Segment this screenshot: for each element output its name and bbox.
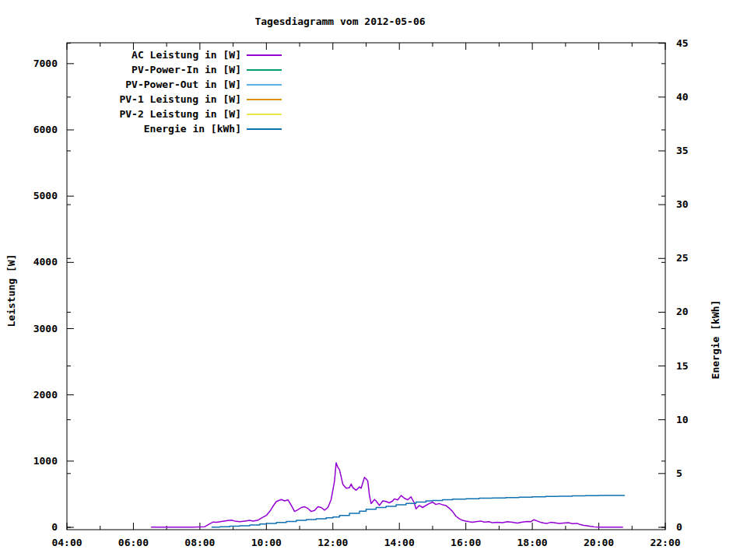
y-tick-label: 4000 xyxy=(33,256,58,268)
y-tick-label: 0 xyxy=(51,521,58,533)
y-tick-label: 5000 xyxy=(33,190,58,201)
legend-label: Energie in [kWh] xyxy=(144,123,241,135)
y-tick-label: 7000 xyxy=(33,58,58,69)
y2-tick-label: 10 xyxy=(676,414,689,425)
x-tick-label: 18:00 xyxy=(517,537,548,548)
x-tick-label: 14:00 xyxy=(384,537,415,548)
x-tick-label: 06:00 xyxy=(118,537,149,548)
y2-tick-label: 30 xyxy=(676,198,689,210)
y2-tick-label: 45 xyxy=(676,37,689,49)
x-tick-label: 04:00 xyxy=(51,537,82,548)
x-tick-label: 10:00 xyxy=(251,537,282,548)
series-energie-in-kwh xyxy=(212,495,625,527)
y2-tick-label: 40 xyxy=(676,91,689,103)
y2-tick-label: 35 xyxy=(676,145,689,156)
legend-label: AC Leistung in [W] xyxy=(132,49,241,61)
y-tick-label: 2000 xyxy=(33,389,58,401)
y-tick-label: 1000 xyxy=(33,455,58,467)
x-tick-label: 16:00 xyxy=(451,537,481,548)
y-tick-label: 6000 xyxy=(33,124,58,135)
y2-tick-label: 20 xyxy=(676,306,689,317)
x-tick-label: 20:00 xyxy=(584,537,614,548)
x-tick-label: 08:00 xyxy=(184,537,215,548)
y2-tick-label: 0 xyxy=(676,521,682,533)
y2-tick-label: 25 xyxy=(676,252,689,264)
chart-canvas: Tagesdiagramm vom 2012-05-06 Leistung [W… xyxy=(0,0,747,560)
legend-label: PV-Power-Out in [W] xyxy=(125,79,241,90)
plot-area: 04:0006:0008:0010:0012:0014:0016:0018:00… xyxy=(0,0,747,560)
y2-tick-label: 15 xyxy=(676,360,689,372)
legend-label: PV-1 Leistung in [W] xyxy=(119,93,241,105)
x-tick-label: 22:00 xyxy=(650,537,680,548)
legend-label: PV-2 Leistung in [W] xyxy=(119,108,241,120)
y-tick-label: 3000 xyxy=(33,323,58,334)
series-ac-leistung-in-w xyxy=(151,463,623,527)
legend-label: PV-Power-In in [W] xyxy=(132,64,241,75)
y2-tick-label: 5 xyxy=(676,467,682,479)
x-tick-label: 12:00 xyxy=(317,537,348,548)
